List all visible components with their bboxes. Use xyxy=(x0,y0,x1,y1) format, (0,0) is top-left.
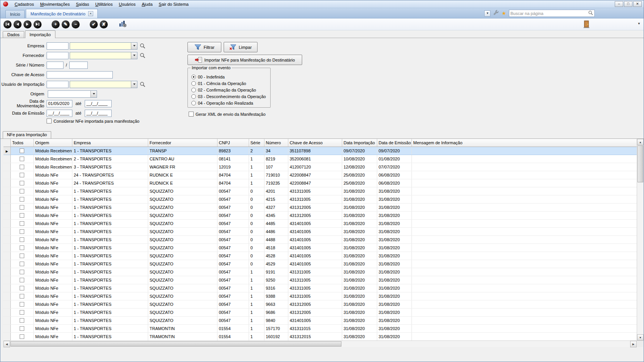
grid-row[interactable]: Módulo NFe 1 - TRANSPORTES TRAMONTIN 015… xyxy=(3,332,637,340)
row-checkbox[interactable] xyxy=(20,326,24,331)
col-header-fornecedor[interactable]: Fornecedor xyxy=(148,139,217,147)
empresa-code-input[interactable] xyxy=(47,42,69,50)
evento-option-00[interactable]: 00 - Indefinida xyxy=(191,74,270,79)
usuario-lookup-icon[interactable] xyxy=(140,82,146,87)
delete-record-button[interactable]: − xyxy=(72,20,80,28)
checkbox-icon[interactable] xyxy=(47,118,52,123)
col-header-cnpj[interactable]: CNPJ xyxy=(217,139,249,147)
grid-row[interactable]: Módulo NFe 1 - TRANSPORTES SQUIZZATO 005… xyxy=(3,284,637,292)
radio-icon[interactable] xyxy=(191,88,196,92)
grid-row[interactable]: Módulo NFe 1 - TRANSPORTES SQUIZZATO 005… xyxy=(3,235,637,244)
grid-row[interactable]: Módulo NFe 24 - TRANSPORTES RUDNICK E 84… xyxy=(3,179,637,187)
menu-movimentacoes[interactable]: Movimentações xyxy=(37,1,73,8)
empresa-lookup-icon[interactable] xyxy=(140,43,146,49)
edit-record-button[interactable]: ✎ xyxy=(62,20,70,28)
grid-row[interactable]: Módulo NFe 1 - TRANSPORTES TRAMONTIN 015… xyxy=(3,324,637,332)
checkbox-icon[interactable] xyxy=(189,112,194,117)
fornecedor-lookup-icon[interactable] xyxy=(140,53,146,58)
row-checkbox[interactable] xyxy=(20,213,24,218)
data-emissao-ate-input[interactable] xyxy=(85,110,112,117)
grid-row[interactable]: Módulo NFe 1 - TRANSPORTES SQUIZZATO 005… xyxy=(3,252,637,260)
row-checkbox[interactable] xyxy=(20,318,24,323)
scroll-down-icon[interactable]: ▼ xyxy=(637,334,644,340)
grid-row[interactable]: Módulo NFe 1 - TRANSPORTES SQUIZZATO 005… xyxy=(3,268,637,276)
fornecedor-code-input[interactable] xyxy=(47,52,69,59)
grid-vertical-scrollbar[interactable]: ▲ ▼ xyxy=(637,139,643,340)
col-header-data-emissao[interactable]: Data de Emissão xyxy=(377,139,411,147)
first-record-button[interactable] xyxy=(3,20,12,28)
search-icon[interactable] xyxy=(588,10,593,16)
tab-dados[interactable]: Dados xyxy=(3,31,24,38)
chave-acesso-input[interactable] xyxy=(47,71,113,78)
last-record-button[interactable] xyxy=(33,20,42,28)
col-header-todos[interactable]: Todos xyxy=(10,139,33,147)
numero-input[interactable] xyxy=(69,62,88,69)
tab-list-dropdown-button[interactable]: ▼ xyxy=(484,10,490,17)
wrench-icon[interactable] xyxy=(493,10,499,17)
radio-icon[interactable] xyxy=(191,101,196,105)
page-search-input[interactable] xyxy=(510,11,588,16)
grid-row[interactable]: Módulo Recebimento 2 - TRANSPORTES CENTR… xyxy=(3,155,637,163)
toolbar-overflow-button[interactable]: ▼ xyxy=(636,22,642,25)
evento-option-01[interactable]: 01 - Ciência da Operação xyxy=(191,81,270,86)
scroll-right-icon[interactable]: ▶ xyxy=(630,341,637,347)
col-header-chave[interactable]: Chave de Acesso xyxy=(288,139,342,147)
tab-importacao[interactable]: Importação xyxy=(25,30,55,38)
grid-row[interactable]: Módulo NFe 1 - TRANSPORTES SQUIZZATO 005… xyxy=(3,195,637,203)
evento-option-02[interactable]: 02 - Confirmação da Operação xyxy=(191,87,270,92)
grid-row[interactable]: Módulo NFe 1 - TRANSPORTES SQUIZZATO 005… xyxy=(3,227,637,235)
tab-nfe-para-importacao[interactable]: NFe para Importação xyxy=(3,131,51,138)
exit-door-button[interactable] xyxy=(582,20,591,29)
add-record-button[interactable]: + xyxy=(52,20,60,28)
limpar-button[interactable]: Limpar xyxy=(224,42,258,52)
grid-row[interactable]: ▶ Módulo Recebimento 1 - TRANSPORTES TRA… xyxy=(3,147,637,155)
horizontal-scroll-thumb[interactable] xyxy=(10,341,341,347)
radio-icon[interactable] xyxy=(191,75,196,79)
empresa-combo-arrow-icon[interactable] xyxy=(131,43,137,49)
radio-icon[interactable] xyxy=(191,94,196,99)
radio-icon[interactable] xyxy=(191,81,196,86)
gerar-xml-checkbox[interactable]: Gerar XML de envio da Manifestação xyxy=(189,112,266,117)
usuario-code-input[interactable] xyxy=(47,81,69,88)
fornecedor-combo[interactable] xyxy=(70,52,137,59)
menu-saidas[interactable]: Saídas xyxy=(73,1,92,8)
row-checkbox[interactable] xyxy=(20,173,24,177)
row-checkbox[interactable] xyxy=(20,334,24,339)
empresa-combo[interactable] xyxy=(70,42,137,50)
favorites-star-icon[interactable]: ★ xyxy=(502,10,506,17)
grid-row[interactable]: Módulo NFe 1 - TRANSPORTES SQUIZZATO 005… xyxy=(3,308,637,316)
confirm-button[interactable]: ✔ xyxy=(90,20,98,28)
grid-row[interactable]: Módulo NFe 1 - TRANSPORTES SQUIZZATO 005… xyxy=(3,292,637,300)
row-checkbox[interactable] xyxy=(20,181,24,185)
row-checkbox[interactable] xyxy=(20,302,24,307)
grid-row[interactable]: Módulo NFe 1 - TRANSPORTES SQUIZZATO 005… xyxy=(3,203,637,211)
row-checkbox[interactable] xyxy=(20,205,24,210)
col-header-data-importacao[interactable]: Data Importação xyxy=(342,139,377,147)
evento-option-03[interactable]: 03 - Desconhecimento da Operação xyxy=(191,94,270,99)
menu-ajuda[interactable]: Ajuda xyxy=(139,1,156,8)
data-movimentacao-ate-input[interactable] xyxy=(85,100,112,107)
menu-usuarios[interactable]: Usuários xyxy=(116,1,139,8)
grid-row[interactable]: Módulo NFe 24 - TRANSPORTES RUDNICK E 84… xyxy=(3,171,637,179)
row-checkbox[interactable] xyxy=(20,245,24,250)
grid-row[interactable]: Módulo NFe 1 - TRANSPORTES SQUIZZATO 005… xyxy=(3,187,637,195)
usuario-combo[interactable] xyxy=(70,81,137,88)
row-checkbox[interactable] xyxy=(20,294,24,299)
serie-input[interactable] xyxy=(47,62,64,69)
scroll-left-icon[interactable]: ◀ xyxy=(3,341,10,347)
row-checkbox[interactable] xyxy=(20,237,24,242)
close-button[interactable]: ✕ xyxy=(633,1,642,7)
maximize-button[interactable]: □ xyxy=(624,1,632,7)
row-checkbox[interactable] xyxy=(20,262,24,266)
grid-row[interactable]: Módulo NFe 1 - TRANSPORTES SQUIZZATO 005… xyxy=(3,219,637,227)
tab-inicio[interactable]: Início xyxy=(5,10,25,18)
menu-utilitarios[interactable]: Utilitários xyxy=(92,1,115,8)
row-checkbox[interactable] xyxy=(20,197,24,202)
row-checkbox[interactable] xyxy=(20,254,24,258)
origem-combo[interactable] xyxy=(48,90,97,98)
grid-row[interactable]: Módulo NFe 1 - TRANSPORTES SQUIZZATO 005… xyxy=(3,260,637,268)
next-record-button[interactable] xyxy=(23,20,32,28)
row-checkbox[interactable] xyxy=(20,189,24,194)
grid-row[interactable]: Módulo NFe 1 - TRANSPORTES SQUIZZATO 005… xyxy=(3,316,637,324)
grid-row[interactable]: Módulo NFe 1 - TRANSPORTES SQUIZZATO 005… xyxy=(3,244,637,252)
